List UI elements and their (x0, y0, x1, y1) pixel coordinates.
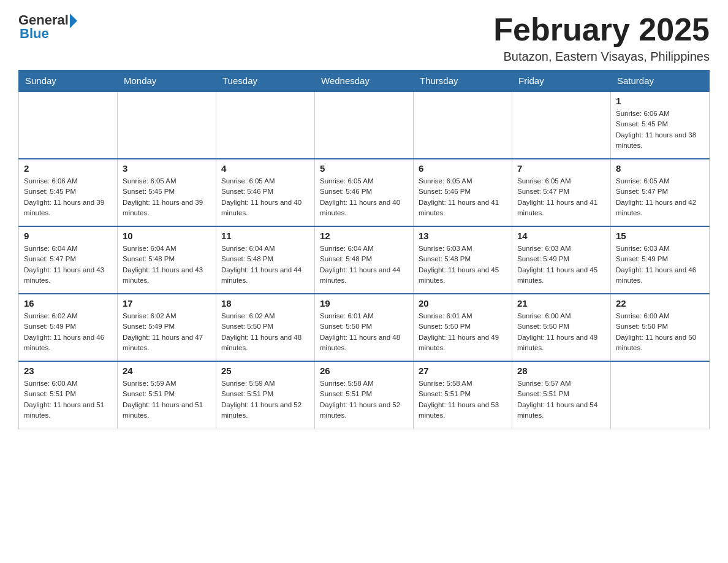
month-title: February 2025 (493, 12, 710, 47)
day-info: Sunrise: 6:03 AMSunset: 5:49 PMDaylight:… (517, 243, 605, 286)
day-number: 23 (24, 366, 112, 376)
title-section: February 2025 Butazon, Eastern Visayas, … (493, 12, 710, 64)
day-info: Sunrise: 6:01 AMSunset: 5:50 PMDaylight:… (320, 311, 408, 353)
day-number: 26 (320, 366, 408, 376)
calendar-cell: 25Sunrise: 5:59 AMSunset: 5:51 PMDayligh… (216, 361, 315, 429)
calendar-cell: 13Sunrise: 6:03 AMSunset: 5:48 PMDayligh… (414, 226, 512, 294)
day-number: 8 (616, 163, 704, 174)
day-info: Sunrise: 6:00 AMSunset: 5:51 PMDaylight:… (24, 378, 112, 421)
day-info: Sunrise: 6:04 AMSunset: 5:48 PMDaylight:… (123, 243, 211, 286)
calendar-header-row: SundayMondayTuesdayWednesdayThursdayFrid… (19, 71, 710, 92)
day-info: Sunrise: 6:03 AMSunset: 5:48 PMDaylight:… (419, 243, 507, 286)
weekday-header-sunday: Sunday (19, 71, 118, 92)
calendar-cell: 22Sunrise: 6:00 AMSunset: 5:50 PMDayligh… (611, 294, 710, 361)
day-info: Sunrise: 6:00 AMSunset: 5:50 PMDaylight:… (616, 311, 704, 353)
day-number: 18 (221, 298, 309, 308)
logo-blue-text: Blue (18, 26, 49, 42)
calendar-cell (19, 91, 118, 159)
day-info: Sunrise: 6:05 AMSunset: 5:46 PMDaylight:… (221, 176, 309, 218)
calendar-cell: 27Sunrise: 5:58 AMSunset: 5:51 PMDayligh… (414, 361, 512, 429)
day-info: Sunrise: 6:01 AMSunset: 5:50 PMDaylight:… (419, 311, 507, 353)
calendar-cell: 21Sunrise: 6:00 AMSunset: 5:50 PMDayligh… (512, 294, 611, 361)
day-number: 6 (419, 163, 507, 174)
calendar-cell (216, 91, 315, 159)
calendar-cell: 5Sunrise: 6:05 AMSunset: 5:46 PMDaylight… (315, 159, 414, 226)
day-info: Sunrise: 5:58 AMSunset: 5:51 PMDaylight:… (320, 378, 408, 421)
location-title: Butazon, Eastern Visayas, Philippines (493, 50, 710, 64)
calendar-cell: 7Sunrise: 6:05 AMSunset: 5:47 PMDaylight… (512, 159, 611, 226)
day-number: 25 (221, 366, 309, 376)
calendar-cell: 19Sunrise: 6:01 AMSunset: 5:50 PMDayligh… (315, 294, 414, 361)
calendar-cell: 8Sunrise: 6:05 AMSunset: 5:47 PMDaylight… (611, 159, 710, 226)
day-info: Sunrise: 6:05 AMSunset: 5:46 PMDaylight:… (320, 176, 408, 218)
calendar-cell: 24Sunrise: 5:59 AMSunset: 5:51 PMDayligh… (118, 361, 216, 429)
weekday-header-saturday: Saturday (611, 71, 710, 92)
calendar-cell: 26Sunrise: 5:58 AMSunset: 5:51 PMDayligh… (315, 361, 414, 429)
calendar-cell: 15Sunrise: 6:03 AMSunset: 5:49 PMDayligh… (611, 226, 710, 294)
calendar-cell: 12Sunrise: 6:04 AMSunset: 5:48 PMDayligh… (315, 226, 414, 294)
day-number: 5 (320, 163, 408, 174)
day-number: 13 (419, 231, 507, 241)
calendar-cell: 1Sunrise: 6:06 AMSunset: 5:45 PMDaylight… (611, 91, 710, 159)
calendar-cell: 9Sunrise: 6:04 AMSunset: 5:47 PMDaylight… (19, 226, 118, 294)
day-number: 11 (221, 231, 309, 241)
day-info: Sunrise: 6:02 AMSunset: 5:50 PMDaylight:… (221, 311, 309, 353)
day-info: Sunrise: 6:00 AMSunset: 5:50 PMDaylight:… (517, 311, 605, 353)
calendar-cell (414, 91, 512, 159)
day-number: 15 (616, 231, 704, 241)
day-number: 7 (517, 163, 605, 174)
day-number: 21 (517, 298, 605, 308)
calendar-cell: 23Sunrise: 6:00 AMSunset: 5:51 PMDayligh… (19, 361, 118, 429)
day-number: 17 (123, 298, 211, 308)
day-number: 28 (517, 366, 605, 376)
day-info: Sunrise: 5:58 AMSunset: 5:51 PMDaylight:… (419, 378, 507, 421)
calendar-cell: 18Sunrise: 6:02 AMSunset: 5:50 PMDayligh… (216, 294, 315, 361)
day-info: Sunrise: 6:03 AMSunset: 5:49 PMDaylight:… (616, 243, 704, 286)
day-number: 10 (123, 231, 211, 241)
day-info: Sunrise: 6:04 AMSunset: 5:48 PMDaylight:… (320, 243, 408, 286)
calendar-week-row: 23Sunrise: 6:00 AMSunset: 5:51 PMDayligh… (19, 361, 710, 429)
calendar-cell (611, 361, 710, 429)
day-number: 27 (419, 366, 507, 376)
day-info: Sunrise: 5:59 AMSunset: 5:51 PMDaylight:… (221, 378, 309, 421)
day-number: 19 (320, 298, 408, 308)
calendar-week-row: 2Sunrise: 6:06 AMSunset: 5:45 PMDaylight… (19, 159, 710, 226)
calendar-week-row: 9Sunrise: 6:04 AMSunset: 5:47 PMDaylight… (19, 226, 710, 294)
day-info: Sunrise: 6:06 AMSunset: 5:45 PMDaylight:… (24, 176, 112, 218)
day-info: Sunrise: 6:04 AMSunset: 5:48 PMDaylight:… (221, 243, 309, 286)
weekday-header-friday: Friday (512, 71, 611, 92)
calendar-cell (315, 91, 414, 159)
calendar-cell (512, 91, 611, 159)
day-info: Sunrise: 6:05 AMSunset: 5:47 PMDaylight:… (616, 176, 704, 218)
calendar-cell: 16Sunrise: 6:02 AMSunset: 5:49 PMDayligh… (19, 294, 118, 361)
day-info: Sunrise: 6:02 AMSunset: 5:49 PMDaylight:… (24, 311, 112, 353)
day-number: 1 (616, 96, 704, 106)
calendar-table: SundayMondayTuesdayWednesdayThursdayFrid… (18, 70, 710, 429)
weekday-header-wednesday: Wednesday (315, 71, 414, 92)
weekday-header-tuesday: Tuesday (216, 71, 315, 92)
day-number: 3 (123, 163, 211, 174)
calendar-cell: 3Sunrise: 6:05 AMSunset: 5:45 PMDaylight… (118, 159, 216, 226)
day-number: 24 (123, 366, 211, 376)
day-number: 14 (517, 231, 605, 241)
day-info: Sunrise: 6:02 AMSunset: 5:49 PMDaylight:… (123, 311, 211, 353)
day-info: Sunrise: 6:05 AMSunset: 5:45 PMDaylight:… (123, 176, 211, 218)
day-info: Sunrise: 5:57 AMSunset: 5:51 PMDaylight:… (517, 378, 605, 421)
weekday-header-monday: Monday (118, 71, 216, 92)
day-info: Sunrise: 6:06 AMSunset: 5:45 PMDaylight:… (616, 109, 704, 151)
calendar-cell: 28Sunrise: 5:57 AMSunset: 5:51 PMDayligh… (512, 361, 611, 429)
weekday-header-thursday: Thursday (414, 71, 512, 92)
day-info: Sunrise: 5:59 AMSunset: 5:51 PMDaylight:… (123, 378, 211, 421)
page-header: General Blue February 2025 Butazon, East… (18, 12, 710, 64)
day-number: 2 (24, 163, 112, 174)
calendar-cell: 20Sunrise: 6:01 AMSunset: 5:50 PMDayligh… (414, 294, 512, 361)
day-info: Sunrise: 6:04 AMSunset: 5:47 PMDaylight:… (24, 243, 112, 286)
logo: General Blue (18, 12, 77, 42)
calendar-cell: 10Sunrise: 6:04 AMSunset: 5:48 PMDayligh… (118, 226, 216, 294)
day-info: Sunrise: 6:05 AMSunset: 5:46 PMDaylight:… (419, 176, 507, 218)
calendar-cell: 2Sunrise: 6:06 AMSunset: 5:45 PMDaylight… (19, 159, 118, 226)
calendar-cell: 6Sunrise: 6:05 AMSunset: 5:46 PMDaylight… (414, 159, 512, 226)
calendar-week-row: 16Sunrise: 6:02 AMSunset: 5:49 PMDayligh… (19, 294, 710, 361)
day-number: 12 (320, 231, 408, 241)
day-number: 4 (221, 163, 309, 174)
